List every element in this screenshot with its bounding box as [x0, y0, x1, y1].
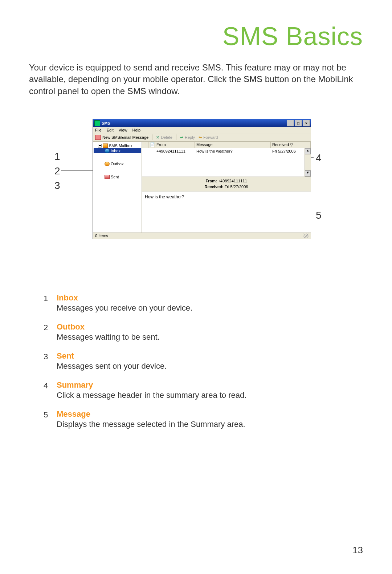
col-from[interactable]: From	[155, 142, 195, 148]
resize-grip[interactable]	[303, 234, 309, 238]
list-row[interactable]: +498924111111 How is the weather? Fri 5/…	[142, 148, 311, 154]
legend-title: Outbox	[57, 322, 363, 332]
from-label: From:	[205, 179, 217, 183]
callout-4: 4	[316, 152, 322, 164]
reply-button[interactable]: ↩ Reply	[180, 135, 195, 140]
legend-item-1: 1 Inbox Messages you receive on your dev…	[44, 293, 363, 313]
collapse-icon[interactable]	[98, 144, 102, 147]
statusbar: 0 Items	[93, 233, 311, 239]
titlebar: SMS _ □ ×	[93, 119, 311, 127]
col-attachment[interactable]: 📄	[148, 142, 155, 148]
scrollbar[interactable]: ▲ ▼	[305, 148, 311, 177]
legend-item-2: 2 Outbox Messages waiting to be sent.	[44, 322, 363, 342]
scroll-up[interactable]: ▲	[305, 148, 311, 154]
legend-item-3: 3 Sent Messages sent on your device.	[44, 351, 363, 371]
row-from: +498924111111	[155, 148, 195, 154]
received-value: Fri 5/27/2006	[225, 185, 248, 189]
status-text: 0 Items	[95, 234, 108, 238]
tree-inbox[interactable]: Inbox	[94, 148, 141, 153]
menubar: File Edit View Help	[93, 127, 311, 133]
legend-title: Inbox	[57, 293, 363, 303]
legend-num: 3	[44, 351, 57, 371]
app-icon	[94, 120, 100, 126]
legend-desc: Messages waiting to be sent.	[57, 332, 363, 342]
new-message-icon	[95, 135, 101, 140]
list-header: ! 📄 From Message Received ▽	[142, 142, 311, 148]
minimize-button[interactable]: _	[287, 120, 294, 126]
legend-desc: Messages sent on your device.	[57, 361, 363, 371]
legend: 1 Inbox Messages you receive on your dev…	[44, 293, 363, 429]
menu-view[interactable]: View	[119, 128, 127, 132]
close-button[interactable]: ×	[303, 120, 310, 126]
legend-num: 2	[44, 322, 57, 342]
new-message-button[interactable]: New SMS/Email Message	[95, 135, 148, 140]
menu-file[interactable]: File	[95, 128, 102, 132]
callout-5: 5	[316, 210, 322, 221]
delete-button[interactable]: ✕ Delete	[156, 135, 172, 140]
page-title: SMS Basics	[29, 22, 363, 51]
preview-body: How is the weather?	[142, 191, 311, 233]
col-priority[interactable]: !	[142, 142, 148, 148]
delete-icon: ✕	[156, 135, 159, 140]
tree-outbox[interactable]: Outbox	[94, 161, 141, 166]
maximize-button[interactable]: □	[295, 120, 302, 126]
scroll-down[interactable]: ▼	[305, 170, 311, 177]
legend-item-5: 5 Message Displays the message selected …	[44, 409, 363, 429]
screenshot-figure: 1 2 3 4 5 SMS _ □ ×	[65, 119, 327, 264]
tree-sent[interactable]: Sent	[94, 174, 141, 179]
callout-1: 1	[54, 151, 60, 162]
forward-icon: ↪	[199, 135, 202, 140]
outbox-icon	[105, 162, 110, 166]
menu-edit[interactable]: Edit	[107, 128, 114, 132]
col-message[interactable]: Message	[195, 142, 271, 148]
forward-button[interactable]: ↪ Forward	[199, 135, 218, 140]
legend-title: Sent	[57, 351, 363, 361]
legend-num: 5	[44, 409, 57, 429]
legend-num: 1	[44, 293, 57, 313]
window-title: SMS	[102, 121, 110, 125]
legend-desc: Displays the message selected in the Sum…	[57, 420, 363, 429]
sent-icon	[105, 175, 110, 179]
menu-help[interactable]: Help	[132, 128, 140, 132]
legend-num: 4	[44, 380, 57, 400]
col-received[interactable]: Received ▽	[271, 142, 311, 148]
message-list: +498924111111 How is the weather? Fri 5/…	[142, 148, 311, 177]
intro-text: Your device is equipped to send and rece…	[29, 62, 363, 97]
reply-icon: ↩	[180, 135, 183, 140]
toolbar: New SMS/Email Message ✕ Delete ↩ Reply ↪…	[93, 133, 311, 142]
folder-tree: SMS Mailbox Inbox Outbox Sent	[93, 142, 142, 233]
legend-item-4: 4 Summary Click a message header in the …	[44, 380, 363, 400]
from-value: +498924111111	[218, 179, 247, 183]
inbox-icon	[105, 149, 110, 153]
received-label: Received:	[205, 185, 224, 189]
legend-title: Summary	[57, 380, 363, 390]
legend-desc: Click a message header in the summary ar…	[57, 391, 363, 400]
callout-3: 3	[54, 180, 60, 191]
tree-root[interactable]: SMS Mailbox	[94, 143, 141, 148]
row-message: How is the weather?	[195, 148, 271, 154]
toolbar-separator	[176, 134, 176, 140]
toolbar-separator	[152, 134, 152, 140]
mailbox-icon	[103, 144, 108, 148]
preview-header: From: +498924111111 Received: Fri 5/27/2…	[142, 177, 311, 191]
sms-window: SMS _ □ × File Edit View Help New SMS/Em…	[93, 119, 311, 239]
legend-desc: Messages you receive on your device.	[57, 303, 363, 313]
callout-2: 2	[54, 165, 60, 177]
page-number: 13	[352, 545, 363, 556]
legend-title: Message	[57, 409, 363, 419]
